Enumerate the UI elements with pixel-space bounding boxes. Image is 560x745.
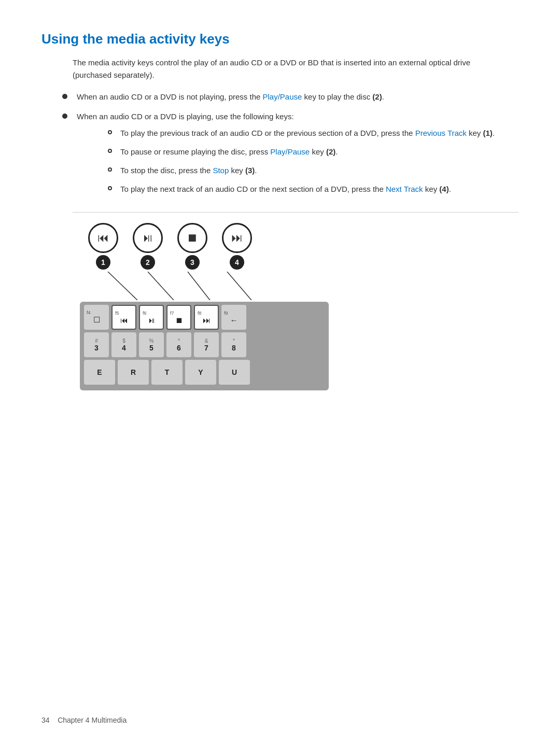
f8-icon: ⏭	[203, 316, 211, 325]
key-7: & 7	[194, 332, 219, 357]
svg-line-1	[148, 272, 174, 300]
f6-key: f6 ⏯	[139, 305, 164, 330]
connector-lines	[88, 272, 519, 302]
next-track-circle: ⏭	[222, 223, 252, 253]
f7-icon: ⏹	[175, 316, 183, 325]
key-8: * 8	[221, 332, 246, 357]
key-u-letter: U	[232, 368, 237, 376]
key-r: R	[118, 360, 149, 385]
sub-dot-3	[108, 167, 112, 172]
key-4-main: 4	[122, 344, 126, 352]
f8-key: f8 ⏭	[194, 305, 219, 330]
key-e-letter: E	[97, 368, 102, 376]
keyboard-diagram: f4 ☐ f5 ⏮ f6 ⏯ f7 ⏹	[80, 302, 329, 390]
key-5-main: 5	[149, 344, 153, 352]
sub-item-1: To play the previous track of an audio C…	[108, 127, 495, 139]
bullet-dot-1	[62, 94, 67, 99]
sub-bullet-list: To play the previous track of an audio C…	[108, 127, 495, 195]
key-5-top: %	[149, 338, 154, 344]
key-y: Y	[185, 360, 216, 385]
footer-text: 34	[41, 716, 50, 724]
sub-text-3: To stop the disc, press the Stop key (3)…	[120, 164, 257, 177]
num-circle-3: 3	[185, 255, 200, 270]
sub-item-4: To play the next track of an audio CD or…	[108, 183, 495, 195]
key-t: T	[151, 360, 183, 385]
next-track-link[interactable]: Next Track	[386, 185, 423, 193]
fn-key-row: f4 ☐ f5 ⏮ f6 ⏯ f7 ⏹	[84, 305, 325, 330]
key-6: ^ 6	[166, 332, 191, 357]
key-t-letter: T	[165, 368, 170, 376]
svg-line-2	[188, 272, 210, 300]
previous-track-link[interactable]: Previous Track	[415, 129, 467, 137]
letter-key-row: E R T Y U	[84, 360, 325, 385]
f5-label: f5	[115, 311, 119, 316]
media-key-group-4: ⏭ 4	[222, 223, 252, 272]
f5-icon: ⏮	[120, 316, 128, 325]
f7-key: f7 ⏹	[166, 305, 191, 330]
bullet-text-2-wrapper: When an audio CD or a DVD is playing, us…	[77, 110, 495, 202]
number-key-row: # 3 $ 4 % 5 ^ 6 & 7	[84, 332, 325, 357]
f6-label: f6	[143, 311, 147, 316]
key-3-top: #	[95, 338, 98, 344]
f4-icon: ☐	[93, 315, 100, 325]
key-7-top: &	[205, 338, 208, 344]
sub-dot-2	[108, 149, 112, 153]
f9-label: f9	[224, 311, 228, 316]
key-6-top: ^	[178, 338, 180, 344]
media-key-group-1: ⏮ 1	[88, 223, 118, 272]
bullet-dot-2	[62, 114, 67, 119]
media-key-group-3: ⏹ 3	[177, 223, 207, 272]
section-heading: Using the media activity keys	[41, 31, 519, 47]
sub-dot-4	[108, 186, 112, 190]
svg-line-3	[227, 272, 251, 300]
prev-track-circle: ⏮	[88, 223, 118, 253]
key-4-top: $	[122, 338, 125, 344]
keyboard-section: ⏮ 1 ⏯ 2 ⏹ 3 ⏭ 4	[73, 212, 519, 390]
play-pause-circle: ⏯	[133, 223, 163, 253]
bullet-text-1: When an audio CD or a DVD is not playing…	[77, 91, 384, 103]
key-r-letter: R	[131, 368, 136, 376]
sub-item-3: To stop the disc, press the Stop key (3)…	[108, 164, 495, 177]
f8-label: f8	[198, 311, 202, 316]
num-circle-1: 1	[96, 255, 110, 270]
key-3: # 3	[84, 332, 109, 357]
key-5: % 5	[139, 332, 164, 357]
bullet-text-2: When an audio CD or a DVD is playing, us…	[77, 112, 294, 121]
key-3-main: 3	[94, 344, 99, 352]
key-8-top: *	[233, 338, 235, 344]
sub-text-1: To play the previous track of an audio C…	[120, 127, 495, 139]
media-key-group-2: ⏯ 2	[133, 223, 163, 272]
key-4: $ 4	[111, 332, 136, 357]
key-e: E	[84, 360, 115, 385]
play-pause-link-1[interactable]: Play/Pause	[263, 92, 302, 101]
stop-link[interactable]: Stop	[213, 166, 229, 175]
footer-chapter: Chapter 4 Multimedia	[58, 716, 127, 724]
f9-icon: ←	[230, 316, 238, 325]
f9-key: f9 ←	[221, 305, 246, 330]
bullet-item-1: When an audio CD or a DVD is not playing…	[62, 91, 498, 103]
bullet-item-2: When an audio CD or a DVD is playing, us…	[62, 110, 498, 202]
sub-text-2: To pause or resume playing the disc, pre…	[120, 146, 338, 158]
svg-line-0	[108, 272, 137, 300]
key-6-main: 6	[177, 344, 181, 352]
sub-text-4: To play the next track of an audio CD or…	[120, 183, 451, 195]
stop-circle: ⏹	[177, 223, 207, 253]
key-7-main: 7	[204, 344, 208, 352]
intro-text: The media activity keys control the play…	[73, 57, 498, 81]
num-circle-2: 2	[141, 255, 155, 270]
sub-item-2: To pause or resume playing the disc, pre…	[108, 146, 495, 158]
sub-dot-1	[108, 130, 112, 134]
f4-label: f4	[87, 310, 91, 315]
connector-svg	[88, 272, 337, 300]
key-y-letter: Y	[198, 368, 203, 376]
page: Using the media activity keys The media …	[0, 0, 560, 432]
f5-key: f5 ⏮	[111, 305, 136, 330]
play-pause-link-2[interactable]: Play/Pause	[270, 147, 310, 156]
footer: 34 Chapter 4 Multimedia	[41, 716, 127, 724]
f4-key: f4 ☐	[84, 305, 109, 330]
f7-label: f7	[170, 311, 174, 316]
key-u: U	[219, 360, 250, 385]
num-circle-4: 4	[230, 255, 244, 270]
main-bullet-list: When an audio CD or a DVD is not playing…	[62, 91, 519, 202]
key-8-main: 8	[232, 344, 236, 352]
